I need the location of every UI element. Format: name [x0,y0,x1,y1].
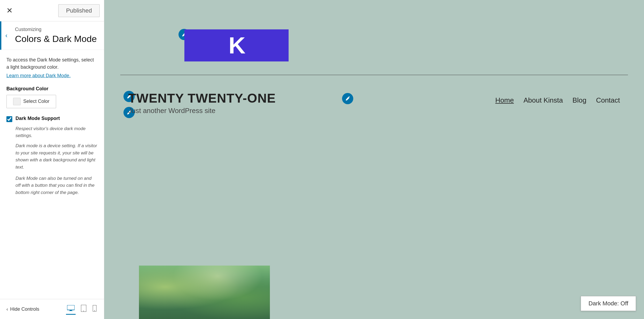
site-nav: Home About Kinsta Blog Contact [495,96,620,104]
dark-mode-checkbox-row: Dark Mode Support [6,116,98,122]
info-text: To access the Dark Mode settings, select… [6,56,98,71]
hide-controls-label: Hide Controls [10,306,39,312]
edit-nav-icon[interactable] [342,93,353,104]
site-title-area: TWENTY TWENTY-ONE Just another WordPress… [128,91,276,115]
close-button[interactable]: ✕ [4,6,15,15]
tablet-button[interactable] [80,304,87,315]
dark-mode-checkbox[interactable] [6,116,12,122]
section-header: ‹ Customizing Colors & Dark Mode [0,21,104,50]
color-swatch [13,98,21,105]
sidebar: ✕ Published ‹ Customizing Colors & Dark … [0,0,104,319]
nav-about[interactable]: About Kinsta [523,96,563,104]
preview-image-inner [139,266,270,319]
background-color-label: Background Color [6,86,98,92]
bottom-bar: ‹ Hide Controls [0,299,104,319]
device-buttons [66,304,98,315]
svg-point-6 [94,310,95,311]
dark-mode-desc2: Dark mode is a device setting. If a visi… [15,142,98,170]
mobile-icon [93,305,96,312]
preview-divider [120,75,628,75]
dark-mode-desc3: Dark Mode can also be turned on and off … [15,175,98,196]
nav-contact[interactable]: Contact [596,96,620,104]
svg-point-4 [83,310,84,311]
select-color-label: Select Color [23,99,49,104]
site-tagline: Just another WordPress site [128,107,276,115]
preview-area: K TWENTY TWENTY-ONE Just another WordPre… [104,0,644,319]
dark-mode-desc1: Respect visitor's device dark mode setti… [15,125,98,139]
hide-icon: ‹ [6,306,8,312]
mobile-button[interactable] [92,304,98,315]
logo-banner: K [184,29,289,61]
back-button[interactable]: ‹ [4,31,9,40]
site-name: TWENTY TWENTY-ONE [128,91,276,106]
dark-mode-link[interactable]: Learn more about Dark Mode. [6,73,98,79]
published-button[interactable]: Published [58,4,100,17]
tablet-icon [81,305,86,312]
dark-mode-toggle-button[interactable]: Dark Mode: Off [581,296,636,311]
dark-mode-checkbox-label: Dark Mode Support [15,116,60,121]
svg-rect-0 [67,305,75,310]
desktop-button[interactable] [66,304,76,315]
sidebar-content: To access the Dark Mode settings, select… [0,50,104,299]
svg-rect-2 [69,311,73,311]
section-title: Colors & Dark Mode [15,33,98,44]
nav-home[interactable]: Home [495,96,514,104]
logo-letter: K [228,34,245,57]
svg-rect-1 [70,310,72,311]
desktop-icon [67,305,75,311]
hide-controls-button[interactable]: ‹ Hide Controls [6,306,39,312]
nav-blog[interactable]: Blog [572,96,586,104]
preview-image [139,266,270,319]
select-color-button[interactable]: Select Color [6,95,56,108]
customizing-label: Customizing [15,27,98,32]
top-bar: ✕ Published [0,0,104,21]
